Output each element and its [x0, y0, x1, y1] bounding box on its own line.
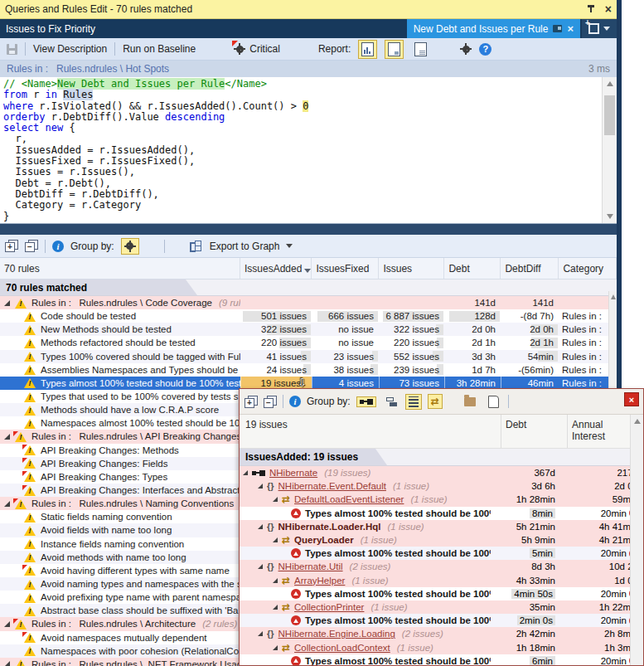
scroll-down-arrow[interactable]	[607, 214, 613, 219]
expander-icon[interactable]	[4, 661, 10, 666]
save-icon[interactable]	[7, 44, 17, 55]
scope-link[interactable]: NHibernate.Event.Default	[278, 481, 386, 491]
group-by-settings-button[interactable]	[121, 238, 139, 255]
expander-icon[interactable]	[273, 605, 278, 610]
column-header-debt[interactable]: Debt	[444, 258, 501, 279]
expander-icon[interactable]	[273, 578, 278, 583]
column-header-issuesadded[interactable]: IssuesAdded	[240, 258, 312, 279]
settings-gear-icon[interactable]	[460, 43, 472, 55]
table-row[interactable]: !Types 100% covered should be tagged wit…	[0, 350, 617, 363]
report-chart-button[interactable]	[358, 40, 377, 59]
popup-scope-row[interactable]: ⇄CollectionPrinter(1 issue)35min1h 22min	[240, 600, 643, 614]
help-icon[interactable]: ?	[479, 43, 491, 56]
view-description-button[interactable]: View Description	[33, 43, 107, 55]
expander-icon[interactable]	[273, 645, 278, 650]
table-group-row[interactable]: !Rules in : Rules.ndrules \ Code Coverag…	[0, 296, 617, 309]
expander-icon[interactable]	[258, 524, 263, 529]
column-header-issuesfixed[interactable]: IssuesFixed	[312, 258, 379, 279]
group-by-folder-button[interactable]	[461, 395, 479, 409]
expander-icon[interactable]	[4, 621, 10, 627]
popup-scope-row[interactable]: {}NHibernate.Loader.Hql(1 issue)5h 21min…	[240, 520, 643, 533]
info-icon[interactable]: i	[289, 396, 301, 407]
report-summary-button[interactable]	[385, 40, 404, 59]
expander-icon[interactable]	[258, 631, 263, 636]
report-grid-button[interactable]	[411, 40, 430, 59]
expander-icon[interactable]	[4, 501, 10, 507]
collapse-all-icon[interactable]: −	[25, 240, 38, 252]
tab-new-debt-and-issues[interactable]: New Debt and Issues per Rule ×	[407, 19, 580, 38]
popup-close-button[interactable]: ×	[624, 392, 639, 406]
issues-added-tab[interactable]: IssuesAdded: 19 issues	[240, 449, 387, 465]
popup-scope-row[interactable]: {}NHibernate.Util(2 issues)8d 3h10d 2h	[240, 560, 643, 573]
scope-link[interactable]: DefaultLoadEventListener	[294, 494, 404, 504]
expander-icon[interactable]	[258, 484, 263, 489]
critical-toggle[interactable]: Critical	[234, 43, 280, 55]
export-to-graph-button[interactable]: Export to Graph	[210, 241, 280, 252]
group-by-file-button[interactable]	[485, 393, 502, 411]
group-by-assemblies-button[interactable]	[356, 396, 376, 407]
cqlinq-code-editor[interactable]: // <Name>New Debt and Issues per Rule</N…	[0, 77, 617, 224]
info-icon[interactable]: i	[52, 241, 64, 252]
expander-icon[interactable]	[273, 497, 278, 502]
popup-scope-row[interactable]: NHibernate(19 issues)367d217d	[240, 466, 643, 479]
column-header-issues[interactable]: Issues	[379, 258, 444, 279]
collapse-all-icon[interactable]: −	[264, 396, 277, 408]
scope-link[interactable]: NHibernate	[269, 468, 317, 478]
popup-issue-row[interactable]: Types almost 100% tested should be 100% …	[240, 547, 643, 560]
scope-link[interactable]: ArrayHelper	[294, 576, 345, 586]
issues-count-header[interactable]: 19 issues	[245, 419, 288, 430]
column-header-debtdiff[interactable]: DebtDiff	[501, 258, 559, 279]
popup-issue-row[interactable]: Types almost 100% tested should be 100% …	[240, 614, 643, 627]
popup-scope-row[interactable]: ⇄DefaultLoadEventListener(1 issue)1h 28m…	[240, 493, 643, 506]
popup-scope-row[interactable]: ⇄CollectionLoadContext(1 issue)1h 18min1…	[240, 640, 643, 654]
new-query-tab-button[interactable]	[582, 19, 617, 38]
debt-column-header[interactable]: Debt	[506, 419, 526, 430]
expand-all-icon[interactable]: +	[5, 240, 18, 252]
column-header-category[interactable]: Category	[559, 258, 617, 279]
editor-vertical-scrollbar[interactable]	[602, 77, 617, 223]
table-row[interactable]: !New Methods should be tested322 issuesn…	[0, 323, 617, 336]
close-icon[interactable]: ×	[605, 3, 612, 15]
group-by-types-button[interactable]	[405, 394, 422, 410]
cell-issues: 322 issues	[379, 323, 444, 336]
pin-icon[interactable]	[587, 4, 595, 14]
group-by-members-button[interactable]: ⇄	[428, 394, 443, 409]
popup-issue-row[interactable]: Types almost 100% tested should be 100% …	[240, 507, 643, 520]
scope-link[interactable]: NHibernate.Util	[278, 561, 343, 571]
popup-vertical-scrollbar[interactable]	[630, 415, 643, 665]
table-row[interactable]: !Assemblies Namespaces and Types should …	[0, 363, 617, 377]
popup-scope-row[interactable]: ⇄ArrayHelper(1 issue)4h 33min1d 0h	[240, 574, 643, 587]
run-on-baseline-button[interactable]: Run on Baseline	[123, 43, 196, 55]
popup-issue-row[interactable]: Types almost 100% tested should be 100% …	[240, 587, 643, 600]
first-column-header[interactable]: 70 rules	[0, 258, 240, 279]
popup-scope-row[interactable]: ⇄QueryLoader(1 issue)5h 9min4h 21min	[240, 533, 643, 547]
expander-icon[interactable]	[243, 470, 248, 475]
breadcrumb-path[interactable]: Rules in : Rules.ndrules \ Hot Spots	[7, 63, 169, 75]
tab-close-icon[interactable]: ×	[567, 22, 574, 35]
group-by-namespaces-button[interactable]	[382, 394, 399, 410]
table-row[interactable]: !Code should be tested501 issues666 issu…	[0, 309, 617, 323]
expand-all-icon[interactable]: +	[245, 396, 258, 408]
expander-icon[interactable]	[273, 537, 278, 542]
scope-link[interactable]: NHibernate.Loader.Hql	[278, 522, 381, 532]
splitter-bar[interactable]	[0, 224, 617, 235]
scroll-thumb[interactable]	[604, 95, 615, 135]
code-lines[interactable]: // <Name>New Debt and Issues per Rule</N…	[0, 77, 617, 224]
scope-link[interactable]: CollectionLoadContext	[294, 643, 390, 653]
scroll-up-arrow[interactable]	[634, 419, 641, 424]
scope-link[interactable]: NHibernate.Engine.Loading	[278, 629, 395, 639]
scope-link[interactable]: QueryLoader	[294, 535, 354, 545]
expander-icon[interactable]	[4, 434, 10, 440]
rules-matched-tab[interactable]: 70 rules matched	[0, 280, 197, 295]
popup-scope-row[interactable]: {}NHibernate.Engine.Loading(2 issues)2h …	[240, 627, 643, 640]
table-row[interactable]: !Methods refactored should be tested220 …	[0, 336, 617, 349]
expander-icon[interactable]	[4, 300, 10, 306]
popup-scope-row[interactable]: {}NHibernate.Event.Default(1 issue)3d 6h…	[240, 479, 643, 493]
annual-interest-column-header[interactable]: Annual Interest	[572, 419, 622, 442]
scroll-up-arrow[interactable]	[611, 294, 616, 299]
expander-icon[interactable]	[258, 564, 263, 569]
scroll-up-arrow[interactable]	[607, 81, 613, 86]
popup-issue-row[interactable]: Types almost 100% tested should be 100% …	[240, 654, 643, 666]
scope-link[interactable]: CollectionPrinter	[294, 602, 364, 612]
class-icon: ⇄	[282, 602, 290, 612]
